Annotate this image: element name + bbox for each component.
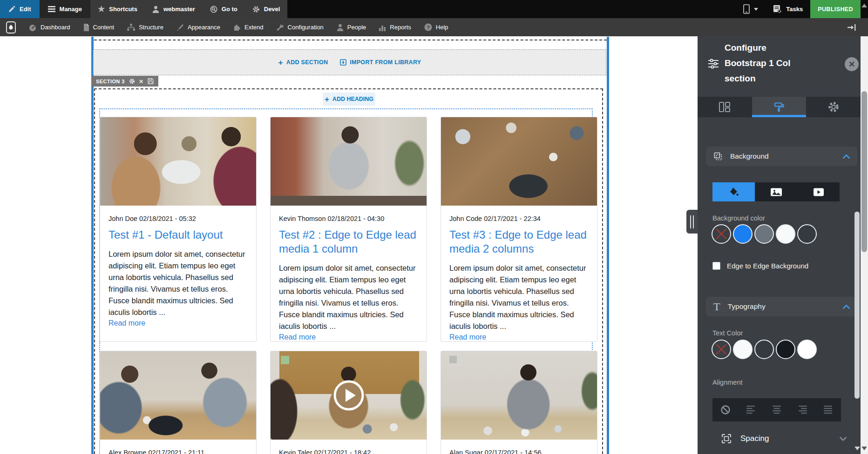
menu-structure-label: Structure bbox=[139, 24, 163, 31]
published-label: PUBLISHED bbox=[818, 6, 853, 13]
add-heading-button[interactable]: + ADD HEADING bbox=[323, 93, 375, 106]
toolbar-manage-button[interactable]: Manage bbox=[40, 0, 90, 18]
section-save-icon[interactable] bbox=[148, 78, 154, 84]
page-scrollbar-thumb[interactable] bbox=[861, 91, 867, 252]
drupal-home-button[interactable] bbox=[0, 18, 22, 36]
toolbar-secondary-group: ★ Shortcuts webmaster Go to Devel bbox=[90, 0, 287, 18]
toolbar-user-button[interactable]: webmaster bbox=[145, 0, 203, 18]
section-3-chip[interactable]: SECTION 3 × bbox=[91, 76, 158, 87]
menu-configuration-label: Configuration bbox=[288, 24, 324, 31]
menu-content[interactable]: Content bbox=[77, 18, 121, 36]
play-button-icon[interactable] bbox=[332, 379, 365, 412]
scroll-up-arrow[interactable] bbox=[861, 4, 867, 7]
toolbar-goto-button[interactable]: Go to bbox=[203, 0, 245, 18]
swatch-light[interactable] bbox=[776, 224, 795, 244]
align-left-icon bbox=[745, 405, 758, 414]
align-center-option[interactable] bbox=[766, 400, 787, 420]
close-panel-button[interactable]: ✕ bbox=[845, 57, 859, 71]
swatch-white[interactable] bbox=[797, 340, 817, 359]
menu-structure[interactable]: Structure bbox=[121, 18, 170, 36]
read-more-link[interactable]: Read more bbox=[108, 319, 145, 327]
edge-to-edge-checkbox[interactable] bbox=[712, 262, 720, 270]
menu-people[interactable]: People bbox=[330, 18, 373, 36]
video-play-icon bbox=[813, 187, 824, 197]
region-border-top bbox=[99, 108, 593, 109]
swatch-gray[interactable] bbox=[754, 224, 774, 244]
alignment-label: Alignment bbox=[712, 379, 742, 386]
pencil-icon bbox=[8, 6, 15, 13]
section-3-border-top bbox=[94, 88, 603, 89]
article-title-link[interactable]: Test #2 : Edge to Edge lead media 1 colu… bbox=[279, 228, 418, 256]
swatch-blue[interactable] bbox=[733, 224, 753, 244]
typography-section-label: Typography bbox=[728, 302, 766, 311]
section-remove-icon[interactable]: × bbox=[139, 78, 143, 85]
toolbar-user-label: webmaster bbox=[163, 6, 195, 13]
panel-scrollbar-thumb[interactable] bbox=[854, 212, 860, 399]
phone-icon bbox=[743, 4, 750, 14]
toolbar-devel-button[interactable]: Devel bbox=[245, 0, 288, 18]
read-more-link[interactable]: Read more bbox=[279, 333, 316, 341]
background-color-subtab[interactable] bbox=[712, 182, 755, 201]
typography-section-header[interactable]: T Typography bbox=[706, 297, 857, 316]
tab-style[interactable] bbox=[752, 97, 807, 117]
swatch-light[interactable] bbox=[733, 340, 753, 359]
sliders-icon bbox=[708, 59, 719, 69]
plus-icon: + bbox=[278, 59, 283, 67]
read-more-link[interactable]: Read more bbox=[449, 333, 486, 341]
article-card: Alan Sugar 02/17/2021 - 14:56 bbox=[441, 351, 597, 454]
chevron-up-icon bbox=[843, 154, 850, 159]
tasks-icon bbox=[773, 5, 782, 13]
align-left-option[interactable] bbox=[741, 400, 761, 420]
article-title-link[interactable]: Test #3 : Edge to Edge lead media 2 colu… bbox=[449, 228, 589, 256]
add-section-bar: + ADD SECTION IMPORT FROM LIBRARY bbox=[93, 49, 606, 75]
background-section-header[interactable]: Background bbox=[706, 147, 857, 166]
article-meta: Kevin Taler 02/17/2021 - 18:42 bbox=[279, 449, 418, 454]
menu-reports[interactable]: Reports bbox=[373, 18, 418, 36]
article-image bbox=[271, 117, 427, 206]
tab-layout[interactable] bbox=[698, 97, 752, 117]
article-title-link[interactable]: Test #1 - Default layout bbox=[108, 228, 248, 242]
scroll-down-arrow[interactable] bbox=[861, 447, 867, 450]
swatch-slate[interactable] bbox=[754, 340, 774, 359]
align-justify-option[interactable] bbox=[818, 400, 838, 420]
tasks-button[interactable]: Tasks bbox=[766, 0, 810, 18]
toolbar-manage-label: Manage bbox=[60, 6, 82, 13]
swatch-dark[interactable] bbox=[797, 224, 817, 244]
chevron-down-icon bbox=[840, 437, 847, 441]
drupal-logo-icon bbox=[6, 21, 16, 33]
align-none-option[interactable] bbox=[715, 400, 736, 420]
paint-bucket-icon bbox=[729, 187, 739, 197]
close-icon: ✕ bbox=[848, 60, 855, 69]
section-configure-gear-icon[interactable] bbox=[129, 78, 135, 84]
swatch-none[interactable] bbox=[712, 340, 731, 359]
background-video-subtab[interactable] bbox=[797, 182, 840, 201]
menu-dashboard[interactable]: Dashboard bbox=[22, 18, 77, 36]
panel-scroll-down-arrow[interactable] bbox=[854, 447, 860, 450]
menu-extend-label: Extend bbox=[244, 24, 263, 31]
typography-icon: T bbox=[713, 301, 720, 312]
device-preview-button[interactable] bbox=[736, 0, 766, 18]
published-status-button[interactable]: PUBLISHED bbox=[810, 0, 861, 18]
toolbar-edit-button[interactable]: Edit bbox=[0, 0, 40, 18]
toolbar-collapse-button[interactable] bbox=[848, 18, 856, 36]
edge-to-edge-checkbox-row[interactable]: Edge to Edge Background bbox=[712, 262, 808, 270]
panel-resize-handle[interactable] bbox=[686, 210, 698, 234]
section-divider-dashed bbox=[94, 40, 607, 40]
align-right-option[interactable] bbox=[792, 400, 813, 420]
spacing-section-header[interactable]: Spacing bbox=[721, 433, 847, 444]
swatch-black[interactable] bbox=[776, 340, 795, 359]
background-type-subtabs bbox=[712, 182, 840, 201]
background-color-label: Background color bbox=[712, 214, 765, 222]
menu-help[interactable]: ? Help bbox=[418, 18, 455, 36]
add-section-button[interactable]: + ADD SECTION bbox=[278, 59, 328, 67]
swatch-none[interactable] bbox=[712, 224, 731, 244]
menu-extend[interactable]: Extend bbox=[227, 18, 270, 36]
menu-appearance[interactable]: Appearance bbox=[170, 18, 227, 36]
menu-configuration[interactable]: Configuration bbox=[270, 18, 330, 36]
toolbar-shortcuts-button[interactable]: ★ Shortcuts bbox=[90, 0, 145, 18]
import-from-library-button[interactable]: IMPORT FROM LIBRARY bbox=[340, 59, 421, 66]
article-excerpt: Lorem ipsum dolor sit amet, consectetur … bbox=[279, 262, 418, 332]
tab-settings[interactable] bbox=[806, 97, 861, 117]
background-image-subtab[interactable] bbox=[755, 182, 797, 201]
section-boundary-left bbox=[91, 37, 94, 454]
